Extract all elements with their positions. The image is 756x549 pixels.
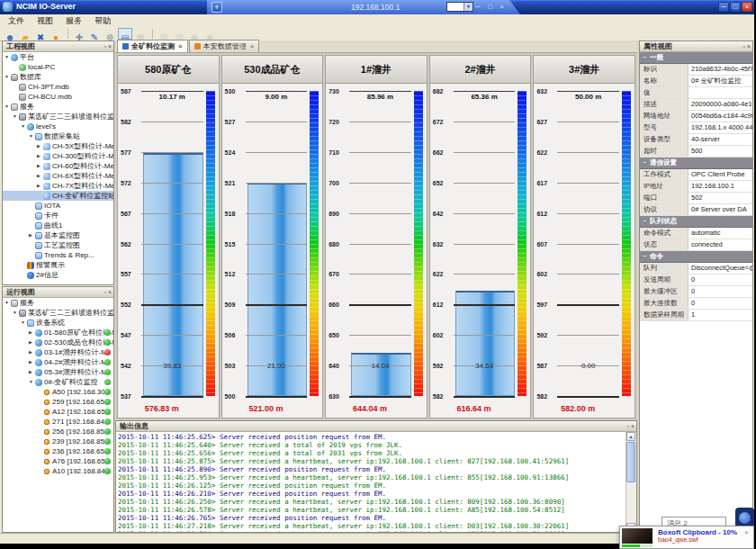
property-row[interactable]: 端口502	[640, 193, 752, 204]
expand-arrow-icon[interactable]: ▼	[13, 308, 19, 318]
expand-arrow-icon[interactable]: ▼	[13, 112, 19, 122]
expand-arrow-icon[interactable]: ▼	[4, 72, 11, 82]
tree-node[interactable]: ▼设备系统	[3, 318, 113, 328]
tree-node[interactable]: 卡件	[3, 211, 113, 220]
property-row[interactable]: 标识210a8632-4b0c-45f7-8e..	[640, 64, 752, 76]
property-row[interactable]: 描述20090000-a080-4e10-b1..	[640, 99, 752, 111]
menu-item-帮助[interactable]: 帮助	[88, 15, 117, 27]
clipboard-notification-popup[interactable]: Boxoft Clipboard - 10% bao4_qwe.swf ×	[619, 526, 754, 549]
collapse-icon[interactable]: −	[643, 251, 650, 262]
pin-icon[interactable]: ▫	[104, 289, 105, 295]
property-value[interactable]	[688, 87, 752, 98]
property-section-header[interactable]: −队列状态	[640, 216, 752, 228]
tree-node[interactable]: 曲线1	[3, 220, 113, 230]
expand-arrow-icon[interactable]: ▼	[29, 131, 35, 141]
property-value[interactable]: OPC Client Probe	[688, 169, 752, 180]
tree-node[interactable]: A12 [192.168.65..	[3, 407, 113, 417]
disconnect-icon[interactable]: ✖	[33, 28, 48, 40]
restore-button[interactable]: □	[730, 2, 741, 12]
tree-node[interactable]: ▼数据采集站	[3, 131, 113, 141]
expand-arrow-icon[interactable]: ▶	[29, 338, 35, 347]
menu-item-服务[interactable]: 服务	[59, 15, 88, 27]
expand-arrow-icon[interactable]: ▼	[4, 298, 11, 308]
tab-close-icon[interactable]: ×	[250, 42, 255, 50]
tree-node[interactable]: CH-3PT.mdb	[3, 82, 113, 92]
collapse-icon[interactable]: −	[643, 52, 650, 63]
property-value[interactable]: 502	[688, 193, 752, 203]
property-value[interactable]: 0# 全矿料位监控	[688, 76, 752, 86]
tree-node[interactable]: local-PC	[3, 62, 113, 72]
connect-c-icon[interactable]: ◉	[187, 28, 202, 40]
property-value[interactable]: connected	[688, 239, 752, 250]
tab-全矿料位监测[interactable]: 全矿料位监测×	[117, 40, 188, 52]
chevron-down-icon[interactable]: ▼	[464, 3, 472, 11]
user-connect-icon[interactable]: ☻	[3, 28, 17, 40]
tree-node[interactable]: ▶CH-7X型料位计-Mer-	[3, 181, 113, 191]
expand-arrow-icon[interactable]: ▶	[29, 367, 35, 377]
collapse-icon[interactable]: −	[643, 216, 650, 227]
tree-node[interactable]: ▼服务	[3, 102, 113, 112]
save-icon[interactable]: ▦	[133, 28, 148, 40]
tree-node[interactable]: ▼0#-全矿料位监控	[3, 377, 113, 387]
tree-node[interactable]: CH-BCU.mdb	[3, 92, 113, 102]
property-value[interactable]: 0	[688, 274, 752, 285]
tree-node[interactable]: Trends & Rep...	[3, 250, 113, 260]
tree-node[interactable]: ▼平台	[3, 52, 113, 62]
close-button[interactable]: ×	[742, 2, 752, 12]
property-row[interactable]: 最大连接数0	[640, 298, 752, 310]
property-row[interactable]: 工作模式OPC Client Probe	[640, 169, 752, 181]
property-row[interactable]: 网络地址0054bd6a-c184-4c9f-9e..	[640, 111, 752, 122]
expand-arrow-icon[interactable]: ▼	[4, 102, 11, 112]
close-icon[interactable]: ×	[108, 43, 112, 50]
expand-arrow-icon[interactable]: ▶	[29, 357, 35, 367]
tree-node[interactable]: A50 [192.168.30..	[3, 387, 113, 397]
tree-node[interactable]: ▶02-530成品仓料位计-M-	[3, 338, 113, 347]
expand-arrow-icon[interactable]: ▶	[37, 141, 43, 151]
tree-node[interactable]: ▶01-580原矿仓料位计-M-	[3, 328, 113, 338]
tree-node[interactable]: 239 [192.168.85..	[3, 436, 113, 446]
expand-arrow-icon[interactable]: ▶	[29, 230, 35, 240]
tree-node[interactable]: ▶基本监控图	[3, 230, 113, 240]
tree-node[interactable]: 236 [192.168.65..	[3, 446, 113, 456]
property-row[interactable]: 状态connected	[640, 239, 752, 251]
property-value[interactable]: 40-server	[688, 134, 752, 145]
tree-node[interactable]: ▶04-2#溜井料位计-M-	[3, 357, 113, 367]
property-row[interactable]: 命令模式automatic	[640, 228, 752, 239]
open-project-icon[interactable]: ▰	[18, 28, 32, 40]
property-section-header[interactable]: −一般	[640, 52, 752, 64]
tree-node[interactable]: CH-全矿料位监控站	[3, 191, 113, 201]
tree-node[interactable]: ▼某选矿三二三斜坡道料位监-	[3, 308, 113, 318]
log-scrollbar[interactable]: ▲ ▼	[626, 432, 636, 532]
property-value[interactable]: 500	[688, 146, 752, 157]
property-row[interactable]: 最大缓冲区0	[640, 286, 752, 298]
expand-arrow-icon[interactable]: ▶	[29, 347, 35, 357]
tree-node[interactable]: A10 [192.168.84..	[3, 466, 113, 476]
tree-node[interactable]: ▶03-1#溜井料位计-M-	[3, 347, 113, 357]
tree-node[interactable]: 256 [192.168.85..	[3, 427, 113, 436]
property-value[interactable]: automatic	[688, 228, 752, 238]
property-value[interactable]: 192.168.100.1	[688, 181, 752, 192]
tree-node[interactable]: ▶CH-5X型料位计-Mer-	[3, 141, 113, 151]
tree-node[interactable]: ▶CH-60型料位计-Mer-	[3, 161, 113, 171]
tree-node[interactable]: ▶CH-300型料位计-Mer-	[3, 151, 113, 161]
property-section-header[interactable]: −通信设置	[640, 158, 752, 169]
expand-arrow-icon[interactable]: ▶	[37, 161, 43, 171]
tree-node[interactable]: A76 [192.168.65..	[3, 456, 113, 466]
property-value[interactable]: 1	[688, 310, 752, 320]
property-row[interactable]: 队列DisconnectQueue=@..	[640, 263, 752, 274]
tree-node[interactable]: 工艺监控图	[3, 240, 113, 250]
left-splitter[interactable]	[114, 40, 115, 533]
tree-node[interactable]: ▼某选矿三二三斜坡道料位监-	[3, 112, 113, 122]
expand-arrow-icon[interactable]: ▶	[29, 328, 35, 338]
expand-arrow-icon[interactable]: ▼	[29, 377, 35, 387]
tree-node[interactable]: 259 [192.168.65..	[3, 397, 113, 407]
property-value[interactable]: 0# Server over DA	[688, 204, 752, 215]
new-tab-button[interactable]: +	[212, 2, 222, 13]
minimize-button[interactable]: ─	[718, 2, 729, 12]
tree-node[interactable]: 报警展示	[3, 260, 113, 270]
tree-node[interactable]: 271 [192.168.84..	[3, 417, 113, 427]
alarm-icon[interactable]: ●	[49, 28, 63, 40]
expand-arrow-icon[interactable]: ▶	[37, 171, 43, 181]
property-row[interactable]: IP地址192.168.100.1	[640, 181, 752, 193]
close-icon[interactable]: ×	[747, 43, 751, 50]
